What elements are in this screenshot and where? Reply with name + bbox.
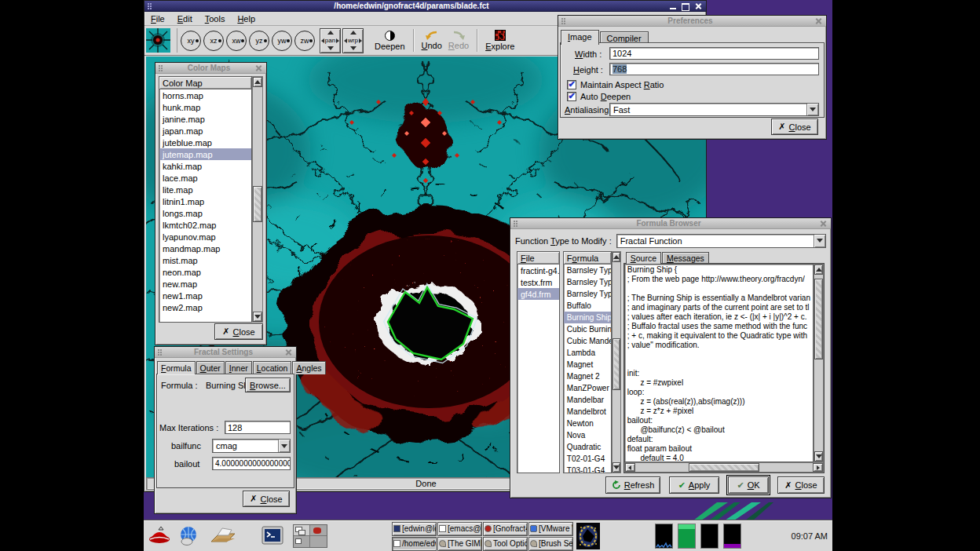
file-column-header[interactable]: File <box>517 252 559 265</box>
workspace-3[interactable] <box>294 536 310 547</box>
window-menu-grip-icon[interactable] <box>158 64 164 71</box>
settings-tab[interactable]: Formula <box>157 361 196 374</box>
close-icon[interactable] <box>284 348 293 356</box>
rotate-axis-button[interactable]: zw <box>294 31 315 51</box>
formula-row[interactable]: Magnet 2 <box>564 370 611 382</box>
redo-button[interactable]: Redo <box>445 31 472 50</box>
main-titlebar[interactable]: /home/edwin/gnofract4d/params/blade.fct <box>144 1 706 12</box>
formula-row[interactable]: Quadratic <box>564 441 611 453</box>
file-row[interactable]: fractint-g4.frm <box>517 265 559 276</box>
height-field[interactable]: 768 <box>609 63 819 75</box>
formula-row[interactable]: Barnsley Type 3 <box>564 288 611 300</box>
color-map-row[interactable]: juteblue.map <box>159 137 251 148</box>
formula-row[interactable]: Buffalo <box>564 300 611 312</box>
menu-item[interactable]: Tools <box>199 13 232 25</box>
scroll-down-icon[interactable] <box>253 312 262 322</box>
settings-tab[interactable]: Angles <box>292 361 325 374</box>
minimize-icon[interactable] <box>669 2 678 10</box>
auto-deepen-checkbox[interactable] <box>567 92 576 101</box>
monitor-applet-memory[interactable] <box>678 524 696 549</box>
scroll-down-icon[interactable] <box>814 451 823 462</box>
window-menu-grip-icon[interactable] <box>157 348 163 356</box>
maintain-aspect-checkbox[interactable] <box>567 80 576 89</box>
monitor-applet-blank[interactable] <box>700 524 719 549</box>
menu-item[interactable]: Help <box>231 13 261 25</box>
color-map-row[interactable]: litnin1.map <box>159 195 251 207</box>
formula-browser-close-button[interactable]: ✗ Close <box>777 476 825 494</box>
apply-button[interactable]: ✔ Apply <box>669 476 719 494</box>
settings-tab[interactable]: Inner <box>225 361 252 374</box>
window-menu-grip-icon[interactable] <box>561 17 567 24</box>
preferences-close-button[interactable]: ✗ Close <box>771 119 818 135</box>
color-map-row[interactable]: longs.map <box>159 207 251 219</box>
function-type-combo[interactable]: Fractal Function <box>616 234 826 248</box>
rotate-axis-button[interactable]: yw <box>272 31 292 51</box>
formula-row[interactable]: Mandelbar <box>564 394 611 406</box>
web-browser-icon[interactable] <box>177 525 200 547</box>
formula-row[interactable]: Barnsley Type 2 <box>564 276 611 288</box>
formula-column-header[interactable]: Formula <box>564 252 611 265</box>
color-maps-titlebar[interactable]: Color Maps <box>155 63 266 74</box>
spin-up-icon[interactable] <box>327 31 334 35</box>
monitor-applet-swap[interactable] <box>723 524 741 549</box>
antialiasing-combo[interactable]: Fast <box>609 103 819 116</box>
bailfunc-combo[interactable]: cmag <box>212 439 291 453</box>
color-map-row[interactable]: neon.map <box>159 266 251 278</box>
color-map-row[interactable]: new.map <box>159 278 251 290</box>
formula-row[interactable]: T02-01-G4 <box>564 453 611 465</box>
formula-list-scrollbar[interactable] <box>612 251 621 473</box>
scroll-down-icon[interactable] <box>612 462 620 473</box>
taskbar-window-button[interactable]: [Gnofract4 <box>483 522 528 536</box>
close-icon[interactable] <box>814 17 823 25</box>
color-map-row[interactable]: lace.map <box>159 172 251 184</box>
formula-row[interactable]: Burning Ship <box>564 312 611 323</box>
preferences-titlebar[interactable]: Preferences <box>558 16 826 27</box>
bailout-field[interactable]: 4.0000000000000000 <box>212 457 291 470</box>
formula-row[interactable]: T03-01-G4 <box>564 465 611 473</box>
rotate-axis-button[interactable]: xz <box>203 31 224 51</box>
combo-arrow-icon[interactable] <box>806 104 818 115</box>
monitor-applet-network[interactable] <box>655 524 673 549</box>
color-map-row[interactable]: lite.map <box>159 184 251 195</box>
settings-tab[interactable]: Outer <box>196 361 225 374</box>
close-icon[interactable] <box>694 2 703 10</box>
close-icon[interactable] <box>819 220 828 228</box>
taskbar-window-button[interactable]: [Brush Se <box>528 537 573 551</box>
combo-arrow-icon[interactable] <box>278 440 290 452</box>
workspace-4[interactable] <box>310 536 327 547</box>
formula-row[interactable]: Barnsley Type 1 <box>564 265 611 276</box>
refresh-button[interactable]: Refresh <box>605 476 660 494</box>
fractal-thumbnail[interactable] <box>576 523 600 549</box>
color-map-row[interactable]: hunk.map <box>159 101 251 113</box>
formula-row[interactable]: ManZPower <box>564 382 611 394</box>
undo-button[interactable]: Undo <box>419 31 445 50</box>
fractal-preview-icon[interactable] <box>146 28 170 53</box>
taskbar-window-button[interactable]: [edwin@lc <box>392 522 437 536</box>
formula-row[interactable]: Cubic Burning Ship <box>564 323 611 335</box>
formula-row[interactable]: Newton <box>564 418 611 429</box>
browse-button[interactable]: Browse... <box>245 378 291 392</box>
color-map-row[interactable]: horns.map <box>159 89 251 101</box>
taskbar-window-button[interactable]: /home/edw <box>392 537 437 551</box>
color-maps-close-button[interactable]: ✗ Close <box>214 323 263 340</box>
menu-item[interactable]: Edit <box>171 13 199 25</box>
close-icon[interactable] <box>254 64 263 72</box>
rotate-axis-button[interactable]: xw <box>226 31 247 51</box>
fractal-settings-titlebar[interactable]: Fractal Settings <box>155 347 296 358</box>
fractal-settings-close-button[interactable]: ✗ Close <box>243 491 290 507</box>
color-map-row[interactable]: lkmtch02.map <box>159 219 251 231</box>
workspace-1[interactable] <box>294 525 310 536</box>
scroll-right-icon[interactable] <box>813 463 823 472</box>
color-map-row[interactable]: mist.map <box>159 254 251 266</box>
settings-tab[interactable]: Location <box>253 361 292 374</box>
spin-down-icon[interactable] <box>327 46 334 50</box>
scroll-up-icon[interactable] <box>814 265 823 275</box>
menu-item[interactable]: File <box>144 13 171 25</box>
ok-button[interactable]: ✔ OK <box>728 476 769 494</box>
scroll-left-icon[interactable] <box>625 463 635 472</box>
width-field[interactable]: 1024 <box>609 47 819 60</box>
color-map-row[interactable] <box>159 313 251 322</box>
rotate-axis-button[interactable]: xy <box>181 31 201 51</box>
window-menu-grip-icon[interactable] <box>147 2 153 9</box>
source-vertical-scrollbar[interactable] <box>814 264 824 462</box>
